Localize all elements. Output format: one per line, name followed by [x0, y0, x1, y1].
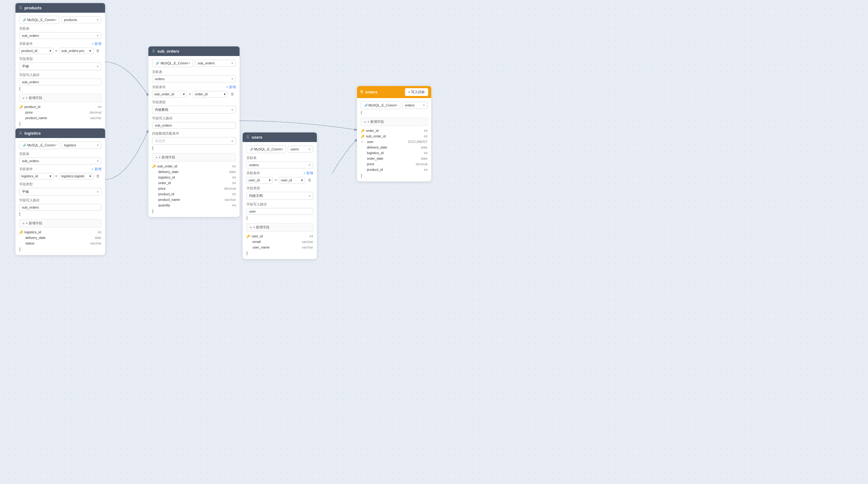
sub-orders-body: 🔗 MySQL_E_Comm ▾ sub_orders ▾ 关联表 orders… [148, 56, 240, 217]
products-table-select[interactable]: products ▾ [61, 17, 101, 23]
logistics-cond-left[interactable]: logistics_id▾ [19, 173, 54, 179]
sub-orders-embed-label: 内嵌数组匹配条件 [152, 131, 236, 136]
sub-orders-cond-right[interactable]: order_id▾ [193, 91, 228, 97]
logistics-db-select[interactable]: 🔗 MySQL_E_Comm ▾ [19, 141, 59, 149]
users-cond-left[interactable]: user_id▾ [246, 177, 273, 183]
logistics-field-logistics_id: 🔑logistics_id int [19, 229, 101, 235]
products-related-select[interactable]: sub_orders ▾ [19, 32, 101, 39]
orders-add-field-btn[interactable]: + + 新增字段 [361, 118, 428, 126]
orders-title: orders [365, 90, 377, 94]
sub-orders-add-field-btn[interactable]: + + 新增字段 [152, 153, 236, 162]
sub-orders-node: ⠿ sub_orders 🔗 MySQL_E_Comm ▾ sub_orders… [148, 47, 240, 217]
products-field-type-value: 平铺 [22, 64, 29, 69]
sub-orders-write-path-label: 字段写入路径 [152, 116, 236, 121]
orders-field-logistics_id: logistics_id int [361, 150, 428, 156]
logistics-header: ⠿ logistics [16, 129, 105, 138]
users-add-condition[interactable]: + 新增 [304, 171, 313, 175]
orders-field-order_id: 🔑order_id int [361, 128, 428, 133]
products-db-row: 🔗 MySQL_E_Comm ▾ products ▾ [19, 16, 101, 24]
orders-table-select[interactable]: orders ▾ [402, 102, 428, 109]
sub-orders-title: sub_orders [157, 49, 179, 54]
logistics-db-value: MySQL_E_Comm [27, 143, 55, 147]
logistics-related-label: 关联表 [19, 152, 101, 156]
logistics-add-field-btn[interactable]: + + 新增字段 [19, 219, 101, 227]
users-field-email: email varchar [246, 239, 313, 245]
logistics-cond-delete[interactable]: 🗑 [95, 173, 101, 179]
products-write-path-label: 字段写入路径 [19, 73, 101, 77]
logistics-field-type-select[interactable]: 平铺 ▾ [19, 188, 101, 196]
sub-orders-related-select[interactable]: orders ▾ [152, 76, 236, 82]
sub-orders-table-select[interactable]: sub_orders ▾ [195, 60, 236, 66]
logistics-table-value: logistics [64, 143, 76, 147]
orders-write-target-btn[interactable]: + 写入目标 [405, 88, 428, 96]
orders-field-product_id: product_id int [361, 167, 428, 172]
logistics-table-select[interactable]: logistics ▾ [61, 142, 101, 148]
sub-orders-field-price: price decimal [152, 186, 236, 191]
sub-orders-add-condition[interactable]: + 新增 [226, 85, 236, 89]
products-db-select[interactable]: 🔗 MySQL_E_Comm ▾ [19, 16, 59, 24]
users-title: users [252, 135, 262, 140]
products-field-type-select[interactable]: 平铺 ▾ [19, 62, 101, 70]
products-related-value: sub_orders [22, 34, 39, 37]
sub-orders-embed-select[interactable]: 请选择 ▾ [152, 137, 236, 145]
users-field-type-label: 字段类型 [246, 186, 313, 191]
products-write-path-value: sub_orders [22, 80, 39, 84]
orders-field-sub_order_id: 🔑sub_order_id int [361, 133, 428, 139]
sub-orders-cond-delete[interactable]: 🗑 [229, 91, 236, 97]
sub-orders-db-select[interactable]: 🔗 MySQL_E_Comm ▾ [152, 59, 193, 67]
products-add-field-btn[interactable]: + + 新增字段 [19, 94, 101, 102]
products-cond-left[interactable]: product_id▾ [19, 48, 54, 54]
products-write-path-input[interactable]: sub_orders [19, 79, 101, 85]
sub-orders-field-quantity: quantity int [152, 202, 236, 208]
users-related-select[interactable]: orders ▾ [246, 162, 313, 168]
products-add-condition[interactable]: + 新增 [92, 41, 101, 46]
sub-orders-field-product_id: product_id int [152, 191, 236, 197]
logistics-add-condition[interactable]: + 新增 [92, 167, 101, 171]
users-db-select[interactable]: 🔗 MySQL_E_Comm ▾ [246, 145, 286, 153]
users-add-field-btn[interactable]: + + 新增字段 [246, 223, 313, 231]
products-db-value: MySQL_E_Comm [27, 18, 55, 22]
logistics-field-status: status varchar [19, 240, 101, 246]
products-close-brace: } [19, 121, 101, 126]
products-field-type-label: 字段类型 [19, 57, 101, 61]
orders-header: ⠿ orders + 写入目标 [357, 86, 431, 98]
users-header: ⠿ users [243, 133, 317, 142]
users-cond-delete[interactable]: 🗑 [306, 177, 313, 183]
products-condition-label: 关联条件 + 新增 [19, 41, 101, 46]
products-cond-right[interactable]: sub_orders.pro▾ [59, 48, 94, 54]
products-body: 🔗 MySQL_E_Comm ▾ products ▾ 关联表 sub_orde… [16, 13, 105, 130]
products-title: products [24, 6, 42, 10]
users-field-user_id: 🔑user_id int [246, 233, 313, 239]
users-field-user_name: user_name varchar [246, 245, 313, 250]
sub-orders-field-sub_order_id: 🔑sub_order_id int [152, 163, 236, 169]
logistics-write-path-label: 字段写入路径 [19, 198, 101, 203]
products-related-label: 关联表 [19, 26, 101, 31]
products-node: ⠿ products 🔗 MySQL_E_Comm ▾ products ▾ 关… [16, 3, 105, 130]
products-cond-delete[interactable]: 🗑 [95, 47, 101, 54]
logistics-write-path-input[interactable]: sub_orders [19, 204, 101, 211]
users-related-label: 关联表 [246, 156, 313, 160]
drag-icon: ⠿ [19, 6, 22, 10]
products-field-product_id: 🔑product_id int [19, 104, 101, 110]
logistics-related-select[interactable]: sub_orders ▾ [19, 158, 101, 164]
sub-orders-write-path-input[interactable]: sub_orders [152, 122, 236, 129]
users-condition-row: user_id▾ = user_id▾ 🗑 [246, 177, 313, 183]
orders-body: 🔗 MySQL_E_Comm ▾ orders ▾ { + + 新增字段 🔑or… [357, 98, 431, 181]
logistics-cond-right[interactable]: logistics.logistic▾ [59, 173, 94, 179]
users-table-select[interactable]: users ▾ [288, 146, 313, 152]
users-field-type-select[interactable]: 内嵌文档 ▾ [246, 192, 313, 200]
products-field-product_name: product_name varchar [19, 115, 101, 121]
users-write-path-input[interactable]: user [246, 208, 313, 215]
sub-orders-condition-row: sub_order_id▾ = order_id▾ 🗑 [152, 91, 236, 97]
sub-orders-field-type-select[interactable]: 内嵌数组 ▾ [152, 106, 236, 114]
logistics-db-row: 🔗 MySQL_E_Comm ▾ logistics ▾ [19, 141, 101, 149]
sub-orders-field-type-label: 字段类型 [152, 100, 236, 105]
orders-field-order_date: order_date date [361, 156, 428, 161]
orders-db-select[interactable]: 🔗 MySQL_E_Comm ▾ [361, 101, 400, 109]
users-cond-right[interactable]: user_id▾ [279, 177, 305, 183]
products-header: ⠿ products [16, 3, 105, 13]
sub-orders-cond-left[interactable]: sub_order_id▾ [152, 91, 187, 97]
db-icon: 🔗 [22, 17, 27, 22]
logistics-field-type-label: 字段类型 [19, 182, 101, 187]
sub-orders-field-product_name: product_name varchar [152, 197, 236, 202]
